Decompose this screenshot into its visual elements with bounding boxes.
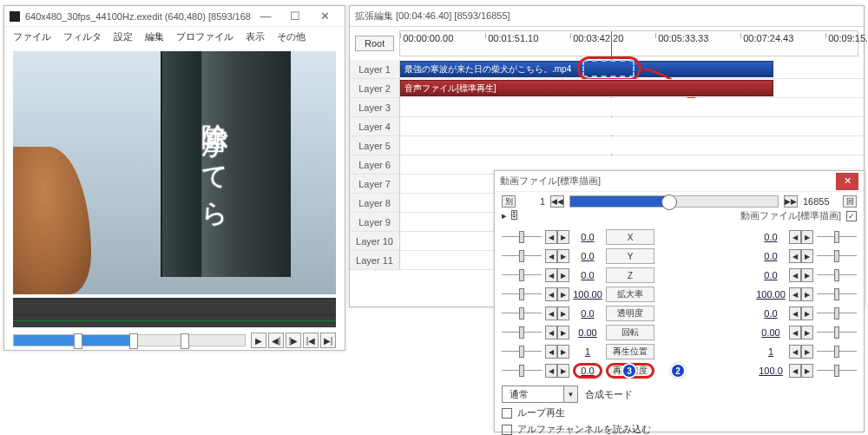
param-slider-left[interactable] <box>502 290 542 299</box>
param-slider-right[interactable] <box>817 347 857 356</box>
param-stepper-right[interactable]: ◀▶ <box>789 230 813 244</box>
layer-label[interactable]: Layer 1 <box>350 60 400 78</box>
layer-row[interactable]: Layer 2音声ファイル[標準再生] <box>350 79 864 98</box>
tool-detach-icon[interactable]: 別 <box>502 195 516 208</box>
blend-mode-combo[interactable]: 通常 ▼ <box>502 386 578 403</box>
layer-label[interactable]: Layer 9 <box>350 213 400 231</box>
param-stepper-left[interactable]: ◀▶ <box>545 249 569 263</box>
alpha-check[interactable] <box>502 425 512 435</box>
param-slider-right[interactable] <box>817 328 857 337</box>
param-stepper-left[interactable]: ◀▶ <box>545 364 569 378</box>
param-value-left[interactable]: 0.0 <box>573 251 602 261</box>
param-label[interactable]: Z <box>606 267 654 283</box>
menu-profile[interactable]: プロファイル <box>176 30 233 43</box>
prop-seekbar[interactable] <box>569 195 779 208</box>
jump-start-button[interactable]: |◀ <box>303 333 319 348</box>
param-stepper-right[interactable]: ◀▶ <box>789 326 813 339</box>
play-button[interactable]: ▶ <box>251 333 266 348</box>
param-label[interactable]: 拡大率 <box>606 287 654 302</box>
param-slider-right[interactable] <box>817 309 857 318</box>
layer-label[interactable]: Layer 6 <box>350 155 400 174</box>
param-value-left[interactable]: 0.0 <box>573 363 602 379</box>
param-stepper-right[interactable]: ◀▶ <box>789 306 813 320</box>
nav-first-button[interactable]: ◀◀ <box>550 195 564 208</box>
menu-file[interactable]: ファイル <box>13 30 51 43</box>
param-slider-right[interactable] <box>817 290 857 299</box>
param-value-left[interactable]: 0.00 <box>573 327 602 338</box>
maximize-button[interactable]: ☐ <box>280 7 310 26</box>
param-slider-left[interactable] <box>502 271 542 280</box>
layer-row[interactable]: Layer 4 <box>350 117 864 136</box>
loop-check[interactable] <box>502 408 512 419</box>
nav-last-button[interactable]: ▶▶ <box>784 195 798 208</box>
param-label[interactable]: 回転 <box>606 325 654 340</box>
prop-close-button[interactable]: ✕ <box>836 173 858 190</box>
layer-label[interactable]: Layer 3 <box>350 98 400 116</box>
layer-label[interactable]: Layer 2 <box>350 79 400 97</box>
param-value-right[interactable]: 0.00 <box>756 327 786 338</box>
param-label[interactable]: X <box>606 229 654 245</box>
layer-track[interactable] <box>400 117 864 135</box>
jump-end-button[interactable]: ▶| <box>320 333 336 348</box>
layer-row[interactable]: Layer 1最強の寒波が来た日の柴犬がこちら。.mp41 <box>350 60 864 79</box>
param-slider-left[interactable] <box>502 328 542 337</box>
menu-view[interactable]: 表示 <box>246 30 265 43</box>
param-value-right[interactable]: 0.0 <box>756 251 786 261</box>
param-stepper-left[interactable]: ◀▶ <box>545 306 569 320</box>
param-stepper-left[interactable]: ◀▶ <box>545 230 569 244</box>
layer-label[interactable]: Layer 10 <box>350 232 400 250</box>
param-value-left[interactable]: 0.0 <box>573 270 602 280</box>
chevron-down-icon[interactable]: ▼ <box>563 386 577 402</box>
layer-row[interactable]: Layer 5 <box>350 136 864 155</box>
param-slider-right[interactable] <box>817 233 857 241</box>
param-value-right[interactable]: 0.0 <box>756 270 786 280</box>
param-stepper-left[interactable]: ◀▶ <box>545 345 569 359</box>
param-stepper-right[interactable]: ◀▶ <box>789 364 813 378</box>
layer-label[interactable]: Layer 7 <box>350 175 400 193</box>
menu-edit[interactable]: 編集 <box>145 30 164 43</box>
param-value-right[interactable]: 100.0 <box>756 366 786 376</box>
seekbar-thumb-out[interactable] <box>181 333 189 349</box>
param-value-right[interactable]: 100.00 <box>756 289 786 300</box>
param-value-left[interactable]: 1 <box>573 346 602 357</box>
param-stepper-right[interactable]: ◀▶ <box>789 249 813 263</box>
param-value-left[interactable]: 100.00 <box>573 289 602 300</box>
tool-frame-icon[interactable]: 回 <box>843 195 857 208</box>
param-slider-left[interactable] <box>502 366 542 375</box>
video-preview[interactable]: 除雪がてら <box>13 51 336 294</box>
param-slider-right[interactable] <box>817 252 857 260</box>
layer-row[interactable]: Layer 3 <box>350 98 864 117</box>
param-value-left[interactable]: 0.0 <box>573 232 602 242</box>
param-value-right[interactable]: 1 <box>756 346 786 357</box>
step-forward-button[interactable]: |▶ <box>286 333 301 348</box>
preview-seekbar[interactable] <box>13 334 246 346</box>
param-slider-left[interactable] <box>502 347 542 356</box>
param-value-left[interactable]: 0.0 <box>573 308 602 319</box>
preview-titlebar[interactable]: 640x480_30fps_44100Hz.exedit (640,480) [… <box>4 6 345 27</box>
layer-label[interactable]: Layer 5 <box>350 136 400 155</box>
param-stepper-left[interactable]: ◀▶ <box>545 268 569 282</box>
prop-seek-thumb[interactable] <box>661 194 677 210</box>
root-button[interactable]: Root <box>355 36 394 51</box>
seekbar-thumb[interactable] <box>129 333 138 349</box>
layer-label[interactable]: Layer 4 <box>350 117 400 135</box>
layer-label[interactable]: Layer 8 <box>350 194 400 212</box>
seekbar-thumb-in[interactable] <box>74 333 82 349</box>
param-stepper-right[interactable]: ◀▶ <box>789 287 813 301</box>
param-value-right[interactable]: 0.0 <box>756 232 786 242</box>
prop-enable-check[interactable]: ✓ <box>846 211 857 221</box>
layer-track[interactable]: 音声ファイル[標準再生] <box>400 79 864 97</box>
param-slider-left[interactable] <box>502 233 542 241</box>
param-slider-left[interactable] <box>502 252 542 260</box>
param-value-right[interactable]: 0.0 <box>756 308 786 319</box>
layer-track[interactable] <box>400 136 864 155</box>
close-button[interactable]: ✕ <box>310 7 339 26</box>
layer-track[interactable]: 最強の寒波が来た日の柴犬がこちら。.mp41 <box>400 60 864 78</box>
param-stepper-right[interactable]: ◀▶ <box>789 268 813 282</box>
layer-track[interactable] <box>400 98 864 116</box>
step-back-button[interactable]: ◀| <box>268 333 284 348</box>
layer-label[interactable]: Layer 11 <box>350 251 400 269</box>
menu-other[interactable]: その他 <box>277 30 306 43</box>
time-ruler[interactable]: 00:00:00.0000:01:51.1000:03:42.2000:05:3… <box>399 30 858 56</box>
menu-filter[interactable]: フィルタ <box>63 30 102 43</box>
